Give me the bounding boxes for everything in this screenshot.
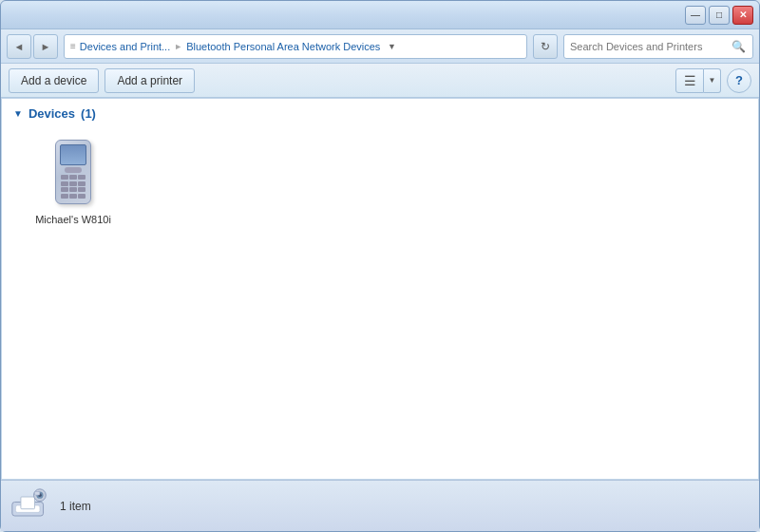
devices-section-header[interactable]: ▼ Devices (1): [13, 106, 747, 121]
view-dropdown-button[interactable]: ▼: [704, 68, 721, 93]
svg-rect-6: [34, 491, 39, 495]
main-content: ▼ Devices (1): [1, 98, 759, 480]
section-title: Devices: [28, 106, 75, 121]
devices-grid: Michael's W810i: [13, 130, 747, 229]
phone-keypad: [60, 174, 86, 200]
search-input[interactable]: [570, 41, 730, 52]
status-icon: [10, 487, 48, 525]
statusbar: 1 item: [1, 480, 759, 531]
printer-icon: [10, 488, 48, 524]
help-button[interactable]: ?: [727, 68, 751, 93]
status-item-count: 1 item: [60, 500, 91, 513]
section-count: (1): [81, 106, 96, 121]
breadcrumb[interactable]: ≡ Devices and Print... ► Bluetooth Perso…: [64, 34, 527, 59]
section-collapse-icon: ▼: [13, 108, 23, 119]
refresh-button[interactable]: ↻: [533, 34, 558, 59]
toolbar: Add a device Add a printer ☰ ▼ ?: [1, 64, 759, 98]
breadcrumb-current: Bluetooth Personal Area Network Devices: [186, 41, 380, 52]
device-icon: [43, 134, 104, 210]
minimize-button[interactable]: —: [685, 6, 706, 25]
addressbar: ◄ ► ≡ Devices and Print... ► Bluetooth P…: [1, 29, 759, 64]
titlebar: — □ ✕: [1, 1, 759, 29]
device-item[interactable]: Michael's W810i: [30, 130, 116, 229]
add-printer-button[interactable]: Add a printer: [104, 68, 195, 93]
forward-button[interactable]: ►: [33, 34, 58, 59]
view-controls: ☰ ▼: [675, 68, 721, 93]
phone-screen: [60, 144, 86, 165]
back-button[interactable]: ◄: [7, 34, 31, 59]
close-button[interactable]: ✕: [732, 6, 753, 25]
breadcrumb-dropdown-button[interactable]: ▼: [384, 39, 399, 54]
search-button[interactable]: 🔍: [730, 38, 747, 55]
maximize-button[interactable]: □: [709, 6, 730, 25]
breadcrumb-icon: ≡: [70, 41, 76, 51]
breadcrumb-parent[interactable]: Devices and Print...: [80, 41, 170, 52]
svg-rect-2: [21, 497, 35, 509]
nav-buttons: ◄ ►: [7, 34, 58, 59]
phone-graphic: [55, 140, 91, 204]
device-label: Michael's W810i: [35, 214, 111, 225]
search-box: 🔍: [563, 34, 753, 59]
breadcrumb-separator-icon: ►: [174, 42, 182, 51]
window-controls: — □ ✕: [685, 6, 753, 25]
main-window: — □ ✕ ◄ ► ≡ Devices and Print... ► Bluet…: [0, 0, 760, 532]
add-device-button[interactable]: Add a device: [9, 68, 99, 93]
view-button[interactable]: ☰: [675, 68, 704, 93]
